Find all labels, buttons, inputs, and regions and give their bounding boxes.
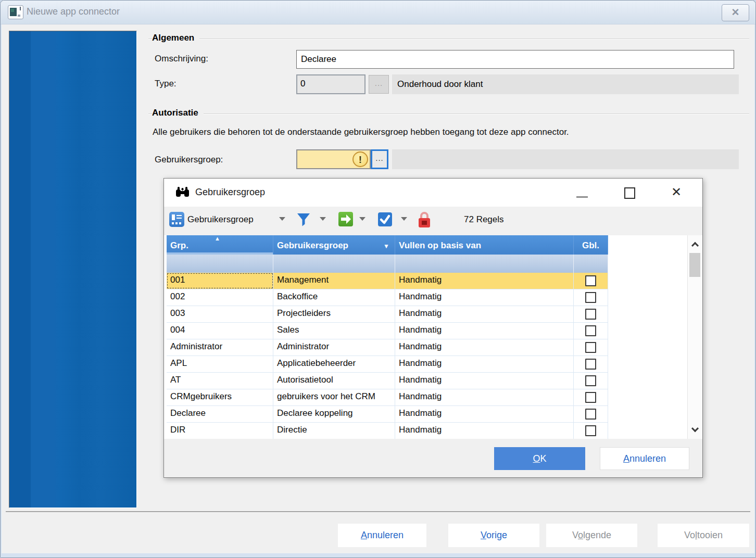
gbl-checkbox[interactable] <box>585 425 596 436</box>
gbl-checkbox[interactable] <box>585 325 596 336</box>
app-icon <box>8 5 23 19</box>
view-dropdown-icon[interactable] <box>279 217 285 221</box>
popup-toolbar: Gebruikersgroep <box>164 207 702 235</box>
popup-title: Gebruikersgroep <box>195 187 265 198</box>
scroll-down-button[interactable] <box>688 422 702 438</box>
cell-grp[interactable]: 002 <box>167 289 273 306</box>
export-icon[interactable] <box>338 212 353 226</box>
group-input[interactable]: ! <box>296 149 371 169</box>
group-browse-button[interactable]: ... <box>371 149 388 169</box>
lock-icon[interactable] <box>417 211 432 230</box>
cell-grp[interactable]: 004 <box>167 323 273 339</box>
cell-group[interactable]: Applicatiebeheerder <box>273 356 395 372</box>
column-filter-icon[interactable]: ▼ <box>383 243 389 250</box>
filter-cell-gbl[interactable] <box>574 255 608 273</box>
authorization-info-text: Alle gebruikers die behoren tot de onder… <box>153 127 569 137</box>
cell-grp[interactable]: 001 <box>167 273 273 289</box>
grid-empty-area <box>608 235 687 439</box>
description-input[interactable]: Declaree <box>296 50 734 69</box>
gbl-checkbox[interactable] <box>585 342 596 353</box>
minimize-button[interactable] <box>576 196 588 198</box>
cell-grp[interactable]: Declaree <box>167 406 273 422</box>
filter-cell-gebruikersgroep[interactable] <box>273 255 395 273</box>
column-header-vullen[interactable]: Vullen op basis van <box>395 235 574 255</box>
close-button[interactable]: ✕ <box>722 4 749 21</box>
table-row[interactable]: DIR Directie Handmatig <box>167 423 608 439</box>
cell-fill[interactable]: Handmatig <box>395 306 574 322</box>
gbl-checkbox[interactable] <box>585 375 596 386</box>
table-row[interactable]: AT Autorisatietool Handmatig <box>167 373 608 389</box>
cell-fill[interactable]: Handmatig <box>395 273 574 289</box>
cell-group[interactable]: gebruikers voor het CRM <box>273 389 395 405</box>
cell-group[interactable]: Projectleiders <box>273 306 395 322</box>
finish-button[interactable]: Voltooien <box>658 524 749 547</box>
section-title: Algemeen <box>152 33 199 43</box>
view-selector-label[interactable]: Gebruikersgroep <box>187 214 254 225</box>
gbl-checkbox[interactable] <box>585 309 596 320</box>
scrollbar-thumb[interactable] <box>689 253 700 277</box>
cell-fill[interactable]: Handmatig <box>395 406 574 422</box>
cell-gbl <box>574 356 608 372</box>
cell-group[interactable]: Declaree koppeling <box>273 406 395 422</box>
cell-grp[interactable]: CRMgebruikers <box>167 389 273 405</box>
type-input[interactable]: 0 <box>296 74 366 94</box>
gbl-checkbox[interactable] <box>585 359 596 370</box>
select-icon[interactable] <box>378 212 392 226</box>
cell-grp[interactable]: Administrator <box>167 339 273 356</box>
cell-grp[interactable]: 003 <box>167 306 273 322</box>
scroll-up-button[interactable] <box>688 236 702 252</box>
popup-close-button[interactable]: ✕ <box>671 185 682 199</box>
cell-grp[interactable]: AT <box>167 373 273 389</box>
window-frame-right <box>754 24 755 557</box>
maximize-button[interactable] <box>624 187 635 199</box>
previous-button[interactable]: Vorige <box>448 524 539 547</box>
cell-group[interactable]: Autorisatietool <box>273 373 395 389</box>
cell-fill[interactable]: Handmatig <box>395 289 574 306</box>
select-dropdown-icon[interactable] <box>401 217 407 221</box>
table-row[interactable]: 001 Management Handmatig <box>167 273 608 289</box>
filter-cell-grp[interactable] <box>167 255 273 273</box>
grid-header: Grp. ▲ Gebruikersgroep ▼ Vullen op basis… <box>167 235 608 255</box>
table-row[interactable]: Declaree Declaree koppeling Handmatig <box>167 406 608 423</box>
table-row[interactable]: 003 Projectleiders Handmatig <box>167 306 608 323</box>
cell-fill[interactable]: Handmatig <box>395 356 574 372</box>
table-row[interactable]: 002 Backoffice Handmatig <box>167 289 608 306</box>
column-header-gbl[interactable]: Gbl. <box>574 235 608 255</box>
cell-grp[interactable]: DIR <box>167 423 273 439</box>
column-header-gebruikersgroep[interactable]: Gebruikersgroep ▼ <box>273 235 395 255</box>
gbl-checkbox[interactable] <box>585 392 596 403</box>
cell-gbl <box>574 273 608 289</box>
gbl-checkbox[interactable] <box>585 409 596 420</box>
type-browse-button[interactable]: ... <box>369 75 389 94</box>
table-row[interactable]: 004 Sales Handmatig <box>167 323 608 339</box>
view-selector-icon[interactable] <box>169 212 184 227</box>
section-algemeen: Algemeen <box>148 33 749 44</box>
cell-group[interactable]: Management <box>273 273 395 289</box>
table-row[interactable]: CRMgebruikers gebruikers voor het CRM Ha… <box>167 389 608 406</box>
filter-icon[interactable] <box>295 212 312 229</box>
cell-fill[interactable]: Handmatig <box>395 339 574 356</box>
cancel-button[interactable]: Annuleren <box>338 524 426 547</box>
cell-fill[interactable]: Handmatig <box>395 389 574 405</box>
filter-dropdown-icon[interactable] <box>320 217 326 221</box>
gbl-checkbox[interactable] <box>585 292 596 303</box>
cell-fill[interactable]: Handmatig <box>395 423 574 439</box>
cell-group[interactable]: Administrator <box>273 339 395 356</box>
grid-scrollbar[interactable] <box>687 235 701 439</box>
cell-fill[interactable]: Handmatig <box>395 323 574 339</box>
cell-group[interactable]: Backoffice <box>273 289 395 306</box>
ok-button[interactable]: OK <box>494 447 585 470</box>
cell-fill[interactable]: Handmatig <box>395 373 574 389</box>
section-title: Autorisatie <box>152 108 204 118</box>
export-dropdown-icon[interactable] <box>359 217 366 221</box>
gbl-checkbox[interactable] <box>585 275 596 286</box>
table-row[interactable]: Administrator Administrator Handmatig <box>167 339 608 356</box>
filter-cell-vullen[interactable] <box>395 255 574 273</box>
cell-grp[interactable]: APL <box>167 356 273 372</box>
next-button[interactable]: Volgende <box>546 524 637 547</box>
table-row[interactable]: APL Applicatiebeheerder Handmatig <box>167 356 608 373</box>
cell-group[interactable]: Directie <box>273 423 395 439</box>
cell-group[interactable]: Sales <box>273 323 395 339</box>
column-header-grp[interactable]: Grp. ▲ <box>167 235 273 255</box>
popup-cancel-button[interactable]: Annuleren <box>600 447 689 470</box>
